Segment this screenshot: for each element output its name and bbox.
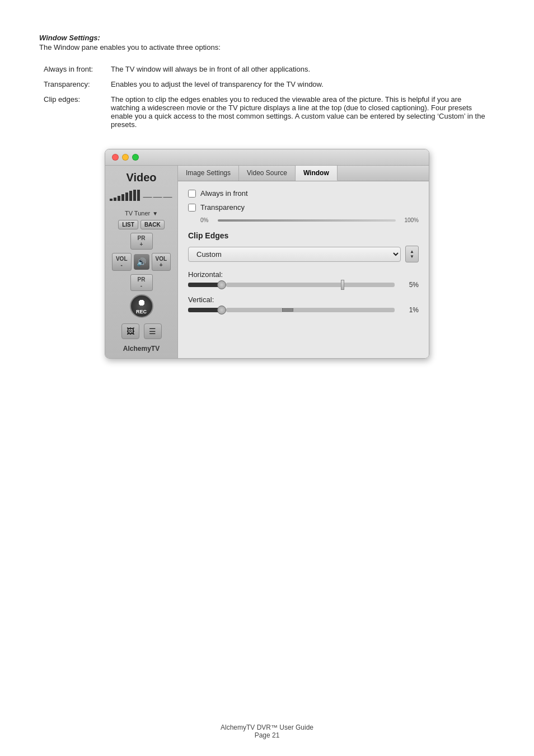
list-icon-button[interactable]: ☰ — [144, 323, 162, 339]
stepper-button[interactable]: ▲ ▼ — [405, 246, 419, 262]
transparency-label: Transparency — [200, 203, 245, 212]
vertical-slider-right[interactable] — [226, 308, 395, 312]
speaker-icon: 🔊 — [134, 254, 149, 270]
main-panel: Image Settings Video Source Window Alway… — [178, 166, 429, 358]
horizontal-slider-left — [188, 283, 222, 287]
def-term-always: Always in front: — [39, 62, 106, 77]
def-desc-clip: The option to clip the edges enables you… — [106, 92, 495, 132]
def-desc-always: The TV window will always be in front of… — [106, 62, 495, 77]
section-heading: Window Settings: — [39, 34, 495, 42]
rec-label: REC — [136, 309, 147, 314]
pr-minus-button[interactable]: PR- — [130, 274, 153, 291]
preset-select[interactable]: Custom 0% 5% 10% — [188, 247, 401, 262]
stepper-up-icon: ▲ — [410, 250, 414, 254]
gallery-icon-button[interactable]: 🖼 — [121, 323, 139, 339]
vol-plus-button[interactable]: VOL+ — [152, 253, 171, 271]
dash-line: ——— — [143, 192, 174, 202]
def-row-clip: Clip edges: The option to clip the edges… — [39, 92, 495, 132]
signal-bars — [110, 190, 140, 201]
tuner-row: TV Tuner ▼ — [110, 210, 173, 217]
vertical-pct-label: 1% — [399, 306, 419, 314]
slider-max-label: 100% — [399, 217, 419, 223]
maximize-button[interactable] — [132, 154, 139, 161]
vol-minus-button[interactable]: VOL- — [112, 253, 132, 271]
close-button[interactable] — [112, 154, 119, 161]
list-button[interactable]: LIST — [118, 220, 138, 229]
horizontal-slider-indicator — [341, 280, 344, 290]
vertical-slider-section: Vertical: 1% — [188, 295, 419, 314]
tab-bar: Image Settings Video Source Window — [178, 166, 429, 181]
tab-window[interactable]: Window — [296, 166, 338, 181]
app-name-label: AlchemyTV — [123, 345, 160, 353]
rec-icon: ⏺ — [137, 298, 146, 308]
vertical-slider-left — [188, 308, 222, 312]
horizontal-slider-thumb[interactable] — [217, 280, 226, 289]
horizontal-slider-section: Horizontal: 5% — [188, 270, 419, 289]
def-term-transparency: Transparency: — [39, 77, 106, 92]
preset-row: Custom 0% 5% 10% ▲ ▼ — [188, 246, 419, 262]
sidebar: Video ——— TV Tuner — [105, 166, 178, 358]
transparency-slider-track[interactable] — [218, 219, 396, 222]
vertical-slider-thumb[interactable] — [217, 306, 226, 314]
tuner-label: TV Tuner — [125, 210, 150, 217]
horizontal-slider-row: 5% — [188, 281, 419, 289]
list-back-row: LIST BACK — [110, 220, 173, 229]
always-in-front-checkbox[interactable] — [188, 190, 196, 198]
rec-button[interactable]: ⏺ REC — [130, 294, 153, 318]
footer-line1: AlchemyTV DVR™ User Guide — [0, 724, 534, 731]
def-row-transparency: Transparency: Enables you to adjust the … — [39, 77, 495, 92]
slider-min-label: 0% — [200, 217, 214, 223]
clip-edges-title: Clip Edges — [188, 231, 419, 240]
panel-content: Always in front Transparency 0% 100% — [178, 181, 429, 328]
sidebar-title: Video — [126, 171, 156, 184]
transparency-checkbox[interactable] — [188, 204, 196, 212]
app-window: Video ——— TV Tuner — [105, 149, 429, 359]
transparency-slider-container: 0% 100% — [188, 217, 419, 223]
page-footer: AlchemyTV DVR™ User Guide Page 21 — [0, 724, 534, 739]
vertical-label: Vertical: — [188, 295, 419, 304]
horizontal-label: Horizontal: — [188, 270, 419, 279]
always-in-front-label: Always in front — [200, 189, 248, 198]
back-button[interactable]: BACK — [140, 220, 165, 229]
horizontal-slider-right[interactable] — [226, 283, 395, 287]
footer-line2: Page 21 — [0, 731, 534, 739]
title-bar — [105, 149, 429, 166]
vertical-slider-indicator — [282, 308, 293, 312]
def-row-always: Always in front: The TV window will alwa… — [39, 62, 495, 77]
vertical-slider-row: 1% — [188, 306, 419, 314]
horizontal-pct-label: 5% — [399, 281, 419, 289]
pr-plus-button[interactable]: PR+ — [130, 233, 153, 250]
minimize-button[interactable] — [122, 154, 129, 161]
tab-video-source[interactable]: Video Source — [239, 166, 296, 181]
vol-row: VOL- 🔊 VOL+ — [112, 253, 171, 271]
app-body: Video ——— TV Tuner — [105, 166, 429, 358]
tuner-dropdown-icon[interactable]: ▼ — [152, 210, 158, 217]
tab-image-settings[interactable]: Image Settings — [178, 166, 239, 181]
bottom-icons-row: 🖼 ☰ — [121, 323, 162, 339]
definition-table: Always in front: The TV window will alwa… — [39, 62, 495, 132]
page-content: Window Settings: The Window pane enables… — [0, 0, 534, 398]
def-term-clip: Clip edges: — [39, 92, 106, 132]
stepper-down-icon: ▼ — [410, 255, 414, 259]
section-intro: The Window pane enables you to activate … — [39, 43, 495, 51]
def-desc-transparency: Enables you to adjust the level of trans… — [106, 77, 495, 92]
transparency-row: Transparency — [188, 203, 419, 212]
always-in-front-row: Always in front — [188, 189, 419, 198]
